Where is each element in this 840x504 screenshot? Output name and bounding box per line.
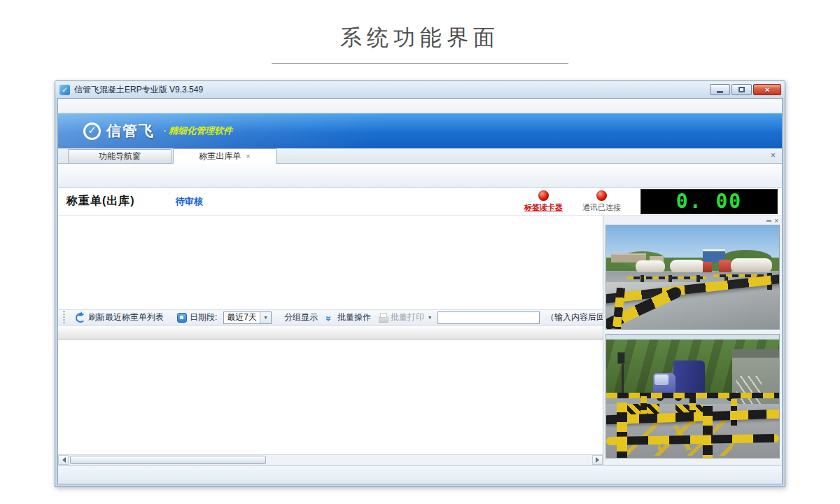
document-header: 称重单(出库) 待审核 标签读卡器 通讯已连接 0. 00 xyxy=(58,188,782,216)
camera-feed-top xyxy=(606,225,780,330)
reader-indicator: 标签读卡器 xyxy=(524,190,563,213)
tab-label: 称重出库单 xyxy=(199,150,241,162)
search-hint: （输入内容后回车即可检索） xyxy=(546,312,603,323)
maximize-button[interactable] xyxy=(732,84,752,95)
batch-print-label: 批量打印 xyxy=(391,312,424,323)
brand: 信管飞 · 精细化管理软件 xyxy=(83,121,232,141)
minimize-button[interactable] xyxy=(710,84,730,95)
maximize-icon xyxy=(738,87,745,92)
triangle-left-icon xyxy=(59,457,66,463)
chevron-down-icon[interactable]: ▾ xyxy=(260,312,271,323)
left-pane: 刷新最近称重单列表 日期段: 最近7天 ▾ 分组显示 xyxy=(58,216,603,465)
reader-label[interactable]: 标签读卡器 xyxy=(524,202,563,213)
tab-strip: 功能导航窗 称重出库单 × × xyxy=(58,148,782,164)
minimize-icon xyxy=(717,91,723,93)
camera-panel: × xyxy=(603,216,782,465)
brand-tagline: · 精细化管理软件 xyxy=(163,125,232,137)
app-window: 信管飞混凝土ERP专业版 V9.3.549 × 信管飞 · 精细化管理软件 功能… xyxy=(55,80,785,487)
tab-close-icon[interactable]: × xyxy=(246,152,250,160)
reader-led-icon xyxy=(538,190,549,201)
tab-label: 功能导航窗 xyxy=(99,150,141,162)
comm-label: 通讯已连接 xyxy=(582,202,621,213)
close-button[interactable]: × xyxy=(753,84,781,95)
collapse-icon[interactable] xyxy=(766,220,771,222)
scroll-right-icon[interactable] xyxy=(592,455,603,465)
drag-handle[interactable] xyxy=(63,310,66,326)
comm-led-icon xyxy=(596,190,607,201)
print-icon xyxy=(377,312,388,323)
horizontal-scrollbar[interactable] xyxy=(58,454,603,465)
camera-close-icon[interactable]: × xyxy=(774,218,778,224)
camera-feed-bottom xyxy=(606,334,780,458)
scrollbar-thumb[interactable] xyxy=(70,456,266,464)
search-input[interactable] xyxy=(438,312,540,324)
refresh-label: 刷新最近称重单列表 xyxy=(88,312,164,323)
document-title: 称重单(出库) xyxy=(66,194,135,209)
date-range-value: 最近7天 xyxy=(224,312,260,323)
weighing-table-body xyxy=(58,340,603,454)
calendar-icon xyxy=(176,312,187,323)
batch-operations-label: 批量操作 xyxy=(337,312,371,323)
window-titlebar[interactable]: 信管飞混凝土ERP专业版 V9.3.549 × xyxy=(55,81,785,98)
main-toolbar xyxy=(58,164,782,188)
scroll-left-icon[interactable] xyxy=(58,455,69,465)
menu-bar xyxy=(58,99,782,113)
group-display-label: 分组显示 xyxy=(284,312,318,323)
app-banner: 信管飞 · 精细化管理软件 xyxy=(58,113,782,148)
dropdown-caret-icon: ▾ xyxy=(428,314,431,321)
comm-indicator: 通讯已连接 xyxy=(582,190,621,213)
camera-panel-header: × xyxy=(606,217,780,225)
list-toolbar: 刷新最近称重单列表 日期段: 最近7天 ▾ 分组显示 xyxy=(58,309,603,326)
date-label-text: 日期段: xyxy=(190,312,217,323)
refresh-list-button[interactable]: 刷新最近称重单列表 xyxy=(75,312,164,323)
weighing-form xyxy=(58,216,603,309)
close-icon: × xyxy=(765,86,769,94)
tab-weighing-outbound[interactable]: 称重出库单 × xyxy=(173,148,276,164)
page-title: 系统功能界面 xyxy=(0,23,840,52)
group-display-button[interactable]: 分组显示 xyxy=(284,312,318,323)
title-divider xyxy=(272,63,568,64)
batch-operations-button[interactable]: 批量操作 xyxy=(324,312,371,323)
tabstrip-close-icon[interactable]: × xyxy=(771,151,776,160)
app-logo-icon xyxy=(59,85,70,95)
date-range-select[interactable]: 最近7天 ▾ xyxy=(223,312,272,324)
batch-icon xyxy=(324,312,335,323)
date-range-label: 日期段: xyxy=(176,312,217,323)
scale-weight-display: 0. 00 xyxy=(640,189,778,214)
weighing-table-header xyxy=(58,326,603,340)
content-row: 刷新最近称重单列表 日期段: 最近7天 ▾ 分组显示 xyxy=(58,216,782,465)
audit-status-badge: 待审核 xyxy=(176,195,203,208)
brand-name: 信管飞 xyxy=(106,121,155,141)
triangle-right-icon xyxy=(596,457,602,463)
tab-function-nav[interactable]: 功能导航窗 xyxy=(68,149,172,163)
batch-print-button[interactable]: 批量打印 ▾ xyxy=(377,312,431,323)
window-controls: × xyxy=(710,84,781,95)
refresh-icon xyxy=(75,312,85,323)
window-title: 信管飞混凝土ERP专业版 V9.3.549 xyxy=(74,84,203,96)
window-body: 信管飞 · 精细化管理软件 功能导航窗 称重出库单 × × 称重单(出库) 待审… xyxy=(57,98,783,484)
status-bar xyxy=(58,465,782,484)
brand-logo-icon xyxy=(83,122,101,140)
